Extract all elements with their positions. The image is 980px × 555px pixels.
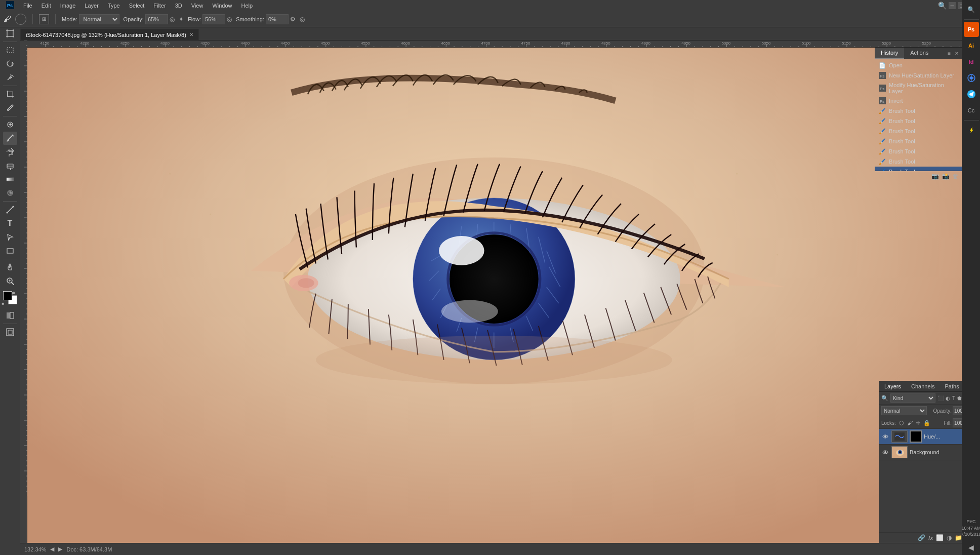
panel-collapse-icon[interactable]: ✕ bbox=[954, 50, 960, 57]
smoothing-settings-icon[interactable]: ⚙ bbox=[290, 16, 296, 23]
search-icon[interactable]: 🔍 bbox=[938, 2, 947, 10]
layer-visibility-eye-1[interactable] bbox=[881, 432, 889, 441]
airbrush-icon[interactable]: ✦ bbox=[179, 16, 184, 23]
lock-image-icon[interactable]: 🖌 bbox=[907, 420, 913, 426]
lock-transparency-icon[interactable]: ⬡ bbox=[899, 420, 904, 426]
history-item-brush2[interactable]: 🖌️ Brush Tool bbox=[875, 116, 962, 126]
tool-clone[interactable] bbox=[3, 145, 17, 158]
default-colors-icon[interactable]: ■ bbox=[2, 301, 5, 306]
history-camera-icon[interactable]: 📸 bbox=[942, 173, 950, 180]
lock-all-icon[interactable]: 🔒 bbox=[923, 420, 930, 426]
flow-pressure-icon[interactable]: ◎ bbox=[227, 16, 232, 23]
layers-filter-adj-icon[interactable]: ◐ bbox=[946, 395, 950, 401]
document-tab[interactable]: iStock-614737048.jpg @ 132% (Hue/Saturat… bbox=[20, 29, 199, 40]
layers-filter-pixel-icon[interactable]: ⬛ bbox=[937, 395, 944, 401]
flow-input[interactable] bbox=[202, 14, 225, 24]
app-search-icon[interactable]: 🔍 bbox=[964, 2, 979, 17]
history-item-brush4[interactable]: 🖌️ Brush Tool bbox=[875, 136, 962, 146]
nav-arrow-right[interactable]: ▶ bbox=[58, 546, 62, 552]
tool-crop[interactable] bbox=[3, 88, 17, 101]
menu-layer[interactable]: Layer bbox=[80, 2, 103, 10]
menu-type[interactable]: Type bbox=[104, 2, 124, 10]
menu-help[interactable]: Help bbox=[237, 2, 257, 10]
app-lightning-icon[interactable] bbox=[964, 123, 979, 138]
tab-channels[interactable]: Channels bbox=[906, 381, 940, 391]
tab-paths[interactable]: Paths bbox=[940, 381, 964, 391]
app-chrome-icon[interactable] bbox=[964, 70, 979, 86]
app-ai-icon[interactable]: Ai bbox=[964, 38, 979, 53]
tool-healing[interactable] bbox=[3, 118, 17, 131]
tool-screen-mode[interactable] bbox=[3, 326, 17, 339]
app-id-icon[interactable]: Id bbox=[964, 54, 979, 69]
menu-file[interactable]: File bbox=[19, 2, 36, 10]
tool-zoom[interactable] bbox=[3, 274, 17, 288]
app-ps-icon[interactable]: Ps bbox=[964, 22, 979, 37]
tab-layers[interactable]: Layers bbox=[879, 381, 906, 391]
tool-shape[interactable] bbox=[3, 244, 17, 257]
history-item-invert[interactable]: Ps Invert bbox=[875, 96, 962, 106]
opacity-pressure-icon[interactable]: ◎ bbox=[170, 16, 175, 23]
menu-window[interactable]: Window bbox=[208, 2, 236, 10]
history-delete-icon[interactable]: 🗑 bbox=[953, 173, 959, 180]
history-item-brush3[interactable]: 🖌️ Brush Tool bbox=[875, 126, 962, 136]
tool-gradient[interactable] bbox=[3, 173, 17, 186]
menu-view[interactable]: View bbox=[187, 2, 208, 10]
layers-blend-mode-select[interactable]: Normal bbox=[881, 406, 927, 415]
lock-position-icon[interactable]: ✛ bbox=[916, 420, 920, 426]
tool-pen[interactable] bbox=[3, 203, 17, 216]
history-item-brush1[interactable]: 🖌️ Brush Tool bbox=[875, 106, 962, 116]
tool-type[interactable]: T bbox=[3, 217, 17, 230]
tool-lasso[interactable] bbox=[3, 57, 17, 70]
mode-select[interactable]: Normal bbox=[79, 14, 119, 24]
tool-eraser[interactable] bbox=[3, 159, 17, 172]
tool-magic-wand[interactable] bbox=[3, 71, 17, 84]
tool-brush[interactable] bbox=[3, 132, 17, 145]
foreground-color-swatch[interactable] bbox=[3, 291, 12, 300]
tool-path-select[interactable] bbox=[3, 230, 17, 244]
tool-blur[interactable] bbox=[3, 186, 17, 200]
brush-size-icon[interactable] bbox=[15, 14, 26, 25]
history-item-modify-hue[interactable]: Ps Modify Hue/Saturation Layer bbox=[875, 81, 962, 96]
layers-filter-select[interactable]: Kind bbox=[890, 393, 935, 403]
menu-image[interactable]: Image bbox=[56, 2, 80, 10]
window-minimize[interactable]: ─ bbox=[949, 2, 956, 9]
brush-preset-icon[interactable]: ⊞ bbox=[39, 14, 49, 24]
history-item-brush6[interactable]: 🖌️ Brush Tool bbox=[875, 156, 962, 167]
menu-filter[interactable]: Filter bbox=[149, 2, 170, 10]
smoothing-input[interactable] bbox=[266, 14, 289, 24]
history-item-brush7[interactable]: 🖌️ Brush Tool bbox=[875, 167, 962, 171]
canvas-area[interactable] bbox=[27, 48, 980, 543]
layer-mask-add-icon[interactable]: ⬜ bbox=[936, 534, 944, 541]
layer-visibility-eye-2[interactable] bbox=[881, 448, 889, 456]
app-arrow-left-icon[interactable]: ◀ bbox=[964, 540, 979, 555]
layers-filter-type-icon[interactable]: T bbox=[952, 395, 955, 401]
brush-angle-icon[interactable]: ◎ bbox=[300, 16, 305, 23]
app-cc-icon[interactable]: Cc bbox=[964, 103, 979, 118]
layer-fx-icon[interactable]: fx bbox=[928, 535, 933, 541]
menu-ps[interactable]: Ps bbox=[2, 0, 18, 11]
opacity-input[interactable] bbox=[145, 14, 168, 24]
tab-close-button[interactable]: ✕ bbox=[189, 32, 193, 37]
tab-actions[interactable]: Actions bbox=[904, 48, 934, 59]
tool-hand[interactable] bbox=[3, 261, 17, 274]
history-brush3-label: Brush Tool bbox=[889, 128, 915, 134]
nav-arrow-left[interactable]: ◀ bbox=[50, 546, 54, 552]
tool-artboard[interactable] bbox=[3, 27, 17, 40]
menu-edit[interactable]: Edit bbox=[37, 2, 55, 10]
layers-filter-shape-icon[interactable]: ⬟ bbox=[957, 395, 962, 401]
history-snapshot-icon[interactable]: 📷 bbox=[931, 173, 939, 180]
tool-eyedropper[interactable] bbox=[3, 101, 17, 114]
app-telegram-icon[interactable] bbox=[964, 87, 979, 102]
tool-marquee[interactable] bbox=[3, 44, 17, 57]
history-item-open[interactable]: 📄 Open bbox=[875, 60, 962, 70]
layer-mask-hue[interactable] bbox=[910, 430, 922, 443]
menu-3d[interactable]: 3D bbox=[171, 2, 186, 10]
history-item-new-hue[interactable]: Ps New Hue/Saturation Layer bbox=[875, 70, 962, 81]
layer-link-icon[interactable]: 🔗 bbox=[918, 534, 925, 541]
history-item-brush5[interactable]: 🖌️ Brush Tool bbox=[875, 146, 962, 156]
panel-menu-icon[interactable]: ≡ bbox=[947, 50, 952, 57]
menu-select[interactable]: Select bbox=[125, 2, 149, 10]
layer-adjustment-icon[interactable]: ◑ bbox=[947, 534, 952, 541]
tool-quick-mask[interactable] bbox=[3, 309, 17, 322]
tab-history[interactable]: History bbox=[875, 48, 904, 59]
